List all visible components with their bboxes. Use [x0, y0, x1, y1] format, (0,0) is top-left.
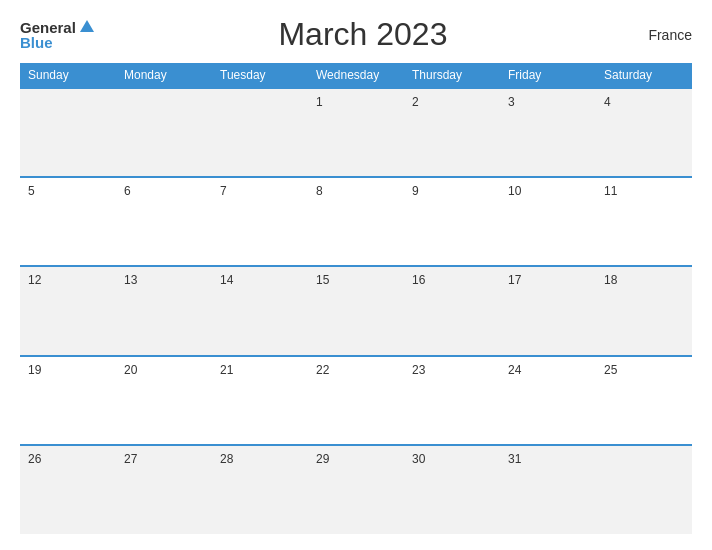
day-number: 4	[604, 95, 611, 109]
empty-cell	[116, 88, 212, 177]
day-header-thursday: Thursday	[404, 63, 500, 88]
day-number: 22	[316, 363, 329, 377]
day-header-wednesday: Wednesday	[308, 63, 404, 88]
day-cell-12: 12	[20, 266, 116, 355]
calendar-body: 1234567891011121314151617181920212223242…	[20, 88, 692, 534]
week-row-2: 567891011	[20, 177, 692, 266]
day-cell-7: 7	[212, 177, 308, 266]
calendar-title: March 2023	[278, 16, 447, 53]
day-cell-30: 30	[404, 445, 500, 534]
week-row-5: 262728293031	[20, 445, 692, 534]
day-header-sunday: Sunday	[20, 63, 116, 88]
day-number: 25	[604, 363, 617, 377]
calendar-table: SundayMondayTuesdayWednesdayThursdayFrid…	[20, 63, 692, 534]
day-number: 9	[412, 184, 419, 198]
day-number: 21	[220, 363, 233, 377]
day-cell-21: 21	[212, 356, 308, 445]
day-number: 6	[124, 184, 131, 198]
day-cell-2: 2	[404, 88, 500, 177]
day-cell-11: 11	[596, 177, 692, 266]
calendar-header: SundayMondayTuesdayWednesdayThursdayFrid…	[20, 63, 692, 88]
day-cell-26: 26	[20, 445, 116, 534]
logo-general-text: General	[20, 20, 76, 35]
page-header: General Blue March 2023 France	[20, 16, 692, 53]
day-cell-8: 8	[308, 177, 404, 266]
day-number: 28	[220, 452, 233, 466]
day-number: 19	[28, 363, 41, 377]
day-number: 17	[508, 273, 521, 287]
day-number: 12	[28, 273, 41, 287]
week-row-3: 12131415161718	[20, 266, 692, 355]
day-cell-9: 9	[404, 177, 500, 266]
day-number: 2	[412, 95, 419, 109]
day-number: 11	[604, 184, 617, 198]
empty-cell	[20, 88, 116, 177]
day-cell-1: 1	[308, 88, 404, 177]
day-cell-10: 10	[500, 177, 596, 266]
day-header-saturday: Saturday	[596, 63, 692, 88]
day-number: 30	[412, 452, 425, 466]
day-cell-27: 27	[116, 445, 212, 534]
day-cell-18: 18	[596, 266, 692, 355]
day-header-monday: Monday	[116, 63, 212, 88]
empty-cell	[596, 445, 692, 534]
day-cell-16: 16	[404, 266, 500, 355]
logo-triangle-icon	[80, 20, 94, 32]
day-cell-19: 19	[20, 356, 116, 445]
day-number: 13	[124, 273, 137, 287]
day-cell-5: 5	[20, 177, 116, 266]
day-cell-29: 29	[308, 445, 404, 534]
day-number: 15	[316, 273, 329, 287]
week-row-1: 1234	[20, 88, 692, 177]
day-cell-3: 3	[500, 88, 596, 177]
day-number: 3	[508, 95, 515, 109]
day-cell-20: 20	[116, 356, 212, 445]
day-number: 20	[124, 363, 137, 377]
day-number: 8	[316, 184, 323, 198]
day-header-tuesday: Tuesday	[212, 63, 308, 88]
days-of-week-row: SundayMondayTuesdayWednesdayThursdayFrid…	[20, 63, 692, 88]
day-number: 7	[220, 184, 227, 198]
day-cell-15: 15	[308, 266, 404, 355]
day-cell-13: 13	[116, 266, 212, 355]
country-label: France	[632, 27, 692, 43]
day-number: 26	[28, 452, 41, 466]
day-number: 23	[412, 363, 425, 377]
day-cell-17: 17	[500, 266, 596, 355]
day-number: 27	[124, 452, 137, 466]
day-number: 5	[28, 184, 35, 198]
week-row-4: 19202122232425	[20, 356, 692, 445]
day-number: 24	[508, 363, 521, 377]
day-cell-6: 6	[116, 177, 212, 266]
day-cell-31: 31	[500, 445, 596, 534]
day-number: 31	[508, 452, 521, 466]
day-number: 16	[412, 273, 425, 287]
logo: General Blue	[20, 20, 94, 50]
logo-blue-text: Blue	[20, 35, 94, 50]
day-cell-22: 22	[308, 356, 404, 445]
empty-cell	[212, 88, 308, 177]
day-number: 1	[316, 95, 323, 109]
day-cell-14: 14	[212, 266, 308, 355]
day-cell-24: 24	[500, 356, 596, 445]
day-cell-25: 25	[596, 356, 692, 445]
day-number: 29	[316, 452, 329, 466]
day-cell-4: 4	[596, 88, 692, 177]
day-number: 10	[508, 184, 521, 198]
day-cell-23: 23	[404, 356, 500, 445]
day-number: 18	[604, 273, 617, 287]
day-cell-28: 28	[212, 445, 308, 534]
day-number: 14	[220, 273, 233, 287]
day-header-friday: Friday	[500, 63, 596, 88]
